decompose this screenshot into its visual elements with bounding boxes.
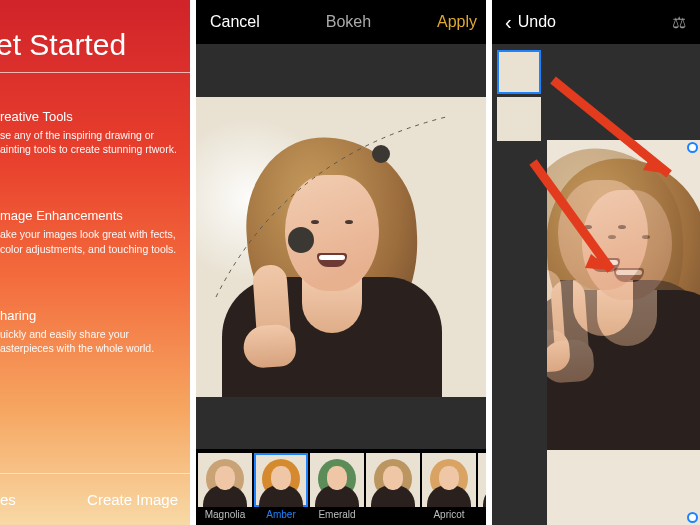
filter-thumbnail[interactable] bbox=[366, 453, 420, 509]
feature-body: se any of the inspiring drawing or ainti… bbox=[0, 128, 184, 156]
filter-thumbnail[interactable]: Apricot bbox=[422, 453, 476, 520]
filter-label: Emerald bbox=[318, 509, 355, 520]
open-files-button[interactable]: es bbox=[0, 491, 16, 508]
filter-label: Apricot bbox=[433, 509, 464, 520]
pane-divider bbox=[190, 0, 196, 525]
feature-body: uickly and easily share your asterpieces… bbox=[0, 327, 184, 355]
feature-sharing: haring uickly and easily share your aste… bbox=[0, 308, 184, 355]
feature-list: reative Tools se any of the inspiring dr… bbox=[0, 73, 196, 473]
filter-label: Amber bbox=[266, 509, 295, 520]
undo-label: Undo bbox=[518, 13, 556, 31]
editor-title: Bokeh bbox=[260, 13, 437, 31]
feature-heading: reative Tools bbox=[0, 109, 184, 124]
composite-topbar: ‹ Undo ⚖ bbox=[491, 0, 700, 44]
svg-line-2 bbox=[533, 162, 611, 270]
auction-icon[interactable]: ⚖ bbox=[672, 13, 686, 32]
editor-canvas[interactable] bbox=[196, 44, 491, 449]
filter-thumbnail[interactable]: Magnolia bbox=[198, 453, 252, 520]
undo-button[interactable]: ‹ Undo bbox=[505, 11, 556, 34]
get-started-pane: et Started reative Tools se any of the i… bbox=[0, 0, 196, 525]
annotation-arrow bbox=[491, 44, 700, 525]
feature-heading: mage Enhancements bbox=[0, 208, 184, 223]
create-image-button[interactable]: Create Image bbox=[87, 491, 178, 508]
filter-thumbnail[interactable]: Emerald bbox=[310, 453, 364, 520]
pane-divider bbox=[486, 0, 492, 525]
filter-label: Magnolia bbox=[205, 509, 246, 520]
filter-strip[interactable]: MagnoliaAmberEmeraldApricotRubyS bbox=[196, 449, 491, 525]
feature-body: ake your images look great with fects, c… bbox=[0, 227, 184, 255]
filter-thumbnail[interactable]: Amber bbox=[254, 453, 308, 520]
cancel-button[interactable]: Cancel bbox=[210, 13, 260, 31]
composite-pane: ‹ Undo ⚖ bbox=[491, 0, 700, 525]
composite-body bbox=[491, 44, 700, 525]
feature-heading: haring bbox=[0, 308, 184, 323]
bokeh-editor-pane: Cancel Bokeh Apply MagnoliaAmberEmeraldA… bbox=[196, 0, 491, 525]
feature-creative-tools: reative Tools se any of the inspiring dr… bbox=[0, 109, 184, 156]
footer-bar: es Create Image bbox=[0, 473, 196, 525]
apply-button[interactable]: Apply bbox=[437, 13, 477, 31]
chevron-left-icon: ‹ bbox=[505, 11, 512, 34]
page-title: et Started bbox=[0, 28, 196, 73]
feature-image-enhancements: mage Enhancements ake your images look g… bbox=[0, 208, 184, 255]
editor-topbar: Cancel Bokeh Apply bbox=[196, 0, 491, 44]
photo-preview bbox=[196, 97, 491, 397]
